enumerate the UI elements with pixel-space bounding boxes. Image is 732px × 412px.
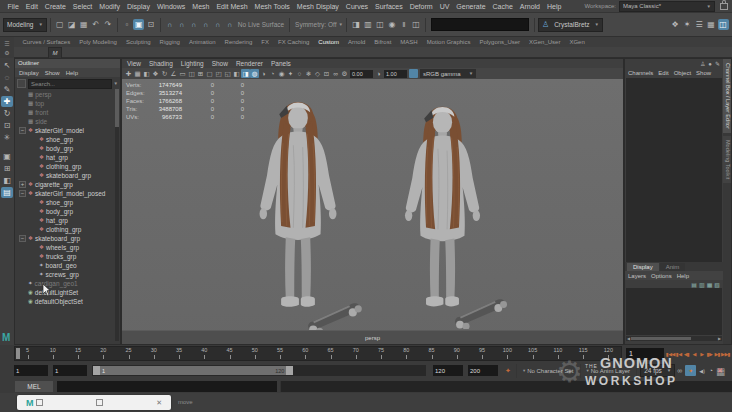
channel-box-icon[interactable]: ● [708,61,712,67]
shelf-tab[interactable]: Polygons_User [475,39,525,45]
outliner-menu-item[interactable]: Display [19,70,39,76]
clock-icon[interactable]: ◔ [709,367,713,374]
shelf-tab[interactable]: Animation [184,39,220,45]
outliner-item[interactable]: ❖ clothing_grp [15,225,120,234]
menu-item[interactable]: Mesh Tools [251,3,293,10]
menu-item[interactable]: Select [69,3,95,10]
scrollbar-thumb[interactable] [631,337,691,340]
shelf-tab[interactable]: Custom [314,39,344,45]
menu-item[interactable]: Cache [489,3,516,10]
anim-end-field[interactable]: 200 [468,365,498,376]
render-icon[interactable]: ◫ [411,19,422,30]
layout-button-icon[interactable]: ▣ [1,151,13,162]
playback-start-field[interactable]: 1 [53,365,87,376]
outliner-title[interactable]: Outliner [15,59,120,68]
new-layer-icon[interactable]: ▥ [699,281,705,288]
shelf-tab[interactable]: Arnold [344,39,370,45]
outliner-item[interactable]: ✦ board_geo [15,261,120,270]
new-layer-icon[interactable]: ▧ [714,281,720,288]
speaker-icon[interactable]: ◀) [699,368,705,374]
channel-box-icon[interactable]: ✎ [715,60,720,67]
menu-item[interactable]: Deform [406,3,436,10]
playback-button[interactable]: ▮◀◀ [666,347,675,360]
sidebar-toggle-icon[interactable]: ☰ [694,19,705,30]
current-frame-field[interactable]: 1 [626,348,664,360]
menu-item[interactable]: Display [123,3,153,10]
viewport-menu-item[interactable]: Lighting [181,60,204,67]
shelf-tab[interactable]: Bifrost [370,39,396,45]
anim-start-field[interactable]: 1 [14,365,48,376]
menu-item[interactable]: Modify [96,3,124,10]
shelf-tab[interactable]: MASH [396,39,422,45]
tool-icon[interactable]: ↻ [1,108,13,119]
range-start-handle[interactable] [93,366,100,375]
time-ruler[interactable]: 5 10 15 20 [14,346,622,361]
filter-icon[interactable] [17,79,26,88]
live-surface-label[interactable]: No Live Surface [238,21,284,28]
file-op-icon[interactable]: ▢ [54,19,65,30]
channel-box-menu-item[interactable]: Channels [628,70,653,76]
outliner-item[interactable]: + ❖ cigarette_grp [15,180,120,189]
close-icon[interactable]: ✕ [156,399,162,407]
snap-magnet-icon[interactable]: ∩ [224,19,235,30]
layer-scrollbar[interactable]: ◀ ▶ [626,336,722,341]
shelf-tab[interactable]: FX [257,39,274,45]
command-input[interactable] [57,381,277,392]
layer-editor-tab[interactable]: Display [627,263,659,271]
menu-item[interactable]: Curves [342,3,371,10]
shelf-options-icon[interactable]: ☰ [4,40,9,47]
viewport-toolbar-icon[interactable]: ◫ [187,69,196,78]
outliner-item[interactable]: ❖ shoe_grp [15,135,120,144]
exposure-field[interactable]: 0.00 [350,70,373,78]
viewport-canvas[interactable]: Verts: 1747649 0 0 Edges: 3513274 0 0 [122,79,623,344]
outliner-item[interactable]: ◉ defaultObjectSet [15,297,120,306]
viewport-toolbar-icon[interactable]: ↻ [160,69,169,78]
channel-box-icon[interactable]: ♙ [700,60,705,67]
viewport-toolbar-icon[interactable]: ⊞ [196,69,205,78]
outliner-item[interactable]: − ❖ skaterGirl_model_posed [15,189,120,198]
file-op-icon[interactable]: ▦ [78,19,89,30]
sidebar-toggle-icon[interactable]: ◫ [718,19,729,30]
expand-toggle-icon[interactable]: − [19,190,26,197]
outliner-item[interactable]: ❖ clothing_grp [15,162,120,171]
channel-box-menu-item[interactable]: Edit [658,70,668,76]
viewport-toolbar-icon[interactable]: ◔ [268,69,277,78]
expand-toggle-icon[interactable]: − [19,235,26,242]
viewport-menu-item[interactable]: Show [212,60,228,67]
fps-dropdown[interactable]: 24 fps ▼ [640,364,675,377]
auto-key-button[interactable]: ✦ [685,365,696,376]
shelf-tab[interactable]: Sculpting [121,39,155,45]
layer-editor-menu-item[interactable]: Help [677,273,689,279]
menu-item[interactable]: Help [544,3,565,10]
viewport-toolbar-icon[interactable]: ◰ [214,69,223,78]
menu-item[interactable]: Create [41,3,69,10]
snap-magnet-icon[interactable]: ∩ [200,19,211,30]
file-op-icon[interactable]: ↷ [102,19,113,30]
tool-icon[interactable]: ✚ [1,96,13,107]
new-layer-icon[interactable]: ▦ [707,281,713,288]
menu-item[interactable]: Mesh [189,3,213,10]
loop-icon[interactable]: ∞ [677,367,682,374]
viewport-toolbar-icon[interactable]: ▦ [133,69,142,78]
playback-button[interactable]: ▮▶ [706,347,714,360]
render-icon[interactable]: ◉ [387,19,398,30]
workspace-dropdown[interactable]: Maya Classic* ▼ [619,1,715,12]
viewport-menu-item[interactable]: Shading [149,60,173,67]
menu-item[interactable]: Generate [453,3,489,10]
scroll-right-icon[interactable]: ▶ [717,336,722,341]
outliner-item[interactable]: − ❖ skaterGirl_model [15,126,120,135]
shelf-tab[interactable]: Motion Graphics [422,39,475,45]
outliner-item[interactable]: ❖ body_grp [15,144,120,153]
shelf-tab[interactable]: Poly Modeling [75,39,122,45]
playback-button[interactable]: ▶ [698,347,706,360]
menu-item[interactable]: Edit [22,3,41,10]
outliner-item[interactable]: ✦ cardigan_geo1 [15,279,120,288]
viewport-toolbar-icon[interactable]: ◧ [232,69,241,78]
outliner-item[interactable]: ❖ body_grp [15,207,120,216]
menu-item[interactable]: UV [436,3,453,10]
tool-icon[interactable]: ↖ [1,60,13,71]
menu-item[interactable]: Arnold [516,3,543,10]
playback-button[interactable]: ▶▶▮ [721,347,730,360]
tool-icon[interactable]: ◌ [1,72,13,83]
outliner-item[interactable]: − ❖ skateboard_grp [15,234,120,243]
